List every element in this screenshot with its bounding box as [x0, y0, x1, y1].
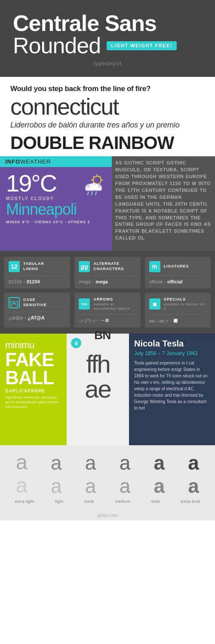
feature-badge: ffi	[149, 261, 160, 272]
feature-arrow: ›	[92, 279, 94, 284]
feature-title-block: CASESENSITIVE	[23, 298, 46, 307]
feature-header: 12 TABULARLINING	[9, 261, 66, 272]
feature-before: ¿at@a	[9, 315, 23, 320]
weather-content: 19°C MOSTLY CLOUDY	[0, 167, 112, 227]
typedepot-label: typedepot	[13, 57, 202, 69]
feature-demo: -> (/^) > › →⊘	[79, 314, 136, 323]
feature-subtitle: available as discretionary ligature	[93, 302, 136, 311]
weights-bottom-row: aaaaaa	[4, 475, 211, 496]
showcase-section: minimu FAKE BALL GARLIC&PARME Ingredient…	[0, 334, 215, 445]
green-ingredients: Ingredients: wheat oils, parmesan, ga 6%…	[5, 395, 61, 410]
tesla-text: Tesla gained experience in t cal enginee…	[134, 360, 210, 411]
weight-item-alt: a	[85, 476, 96, 496]
weight-label: light	[55, 499, 64, 504]
svg-line-5	[93, 176, 95, 177]
svg-line-13	[92, 192, 92, 194]
header-title-main: Centrale Sans	[13, 12, 202, 34]
weight-item: a	[154, 453, 165, 473]
weight-label-item: book	[85, 499, 94, 504]
temp-display: 19°C	[6, 171, 56, 195]
feature-title: ARROWS	[93, 297, 136, 302]
feature-arrow: ›	[170, 318, 172, 323]
weight-item: a	[16, 452, 28, 473]
feature-card: 12 TABULARLINING 01234 › 01234	[4, 257, 70, 289]
glyph-bn: BN	[94, 328, 111, 342]
weight-item-alt: a	[120, 476, 131, 496]
glyph-ae: ae	[85, 377, 111, 401]
demo-bold-text: DOUBLE RAINBOW	[10, 134, 205, 152]
demo-large-word: connecticut	[10, 95, 205, 118]
feature-title: SPECIALS	[164, 297, 206, 302]
demo-line1: Would you step back from the line of fir…	[10, 85, 205, 93]
weight-glyph-alt: a	[16, 475, 28, 496]
header-title-sub: Rounded LIGHT WEIGHT FREE!	[13, 34, 202, 57]
weight-glyph: a	[16, 452, 28, 473]
header-section: Centrale Sans Rounded LIGHT WEIGHT FREE!…	[0, 0, 215, 77]
temperature: 19°C	[6, 171, 56, 195]
features-section: 12 TABULARLINING 01234 › 01234 gg ALTERN…	[0, 251, 215, 334]
weight-glyph: a	[188, 453, 199, 473]
fraktur-panel: AS GOTHIC SCRIPT GOTHIC MUSCULE, OR TEXT…	[112, 156, 215, 251]
green-panel: minimu FAKE BALL GARLIC&PARME Ingredient…	[0, 334, 67, 445]
svg-line-14	[95, 192, 96, 194]
weight-label-item: extra light	[15, 499, 34, 504]
svg-line-6	[100, 176, 101, 177]
feature-before: 01234	[9, 279, 22, 284]
feature-before: aa---aa >	[149, 318, 169, 323]
weight-label: bold	[151, 499, 160, 504]
weight-glyph: a	[154, 453, 165, 473]
feature-after: →⊘	[100, 318, 109, 323]
feature-demo: official › official	[149, 276, 206, 284]
split-section: INFO WEATHER 19°C MOSTLY CLOUDY	[0, 156, 215, 251]
weather-icon	[82, 173, 106, 197]
feature-header: [A] CASESENSITIVE	[9, 297, 66, 308]
feature-title: LIGATURES	[164, 264, 189, 269]
feature-card: gg ALTERNATECHARACTERS mega › mega	[74, 257, 140, 289]
feature-demo: 01234 › 01234	[9, 276, 66, 284]
weather-condition: MOSTLY CLOUDY	[6, 196, 56, 201]
weight-item: a	[51, 453, 62, 473]
feature-card: »» ARROWS available as discretionary lig…	[74, 293, 140, 328]
feature-after: ¿AT@A	[28, 315, 45, 320]
weight-glyph-alt: a	[154, 476, 165, 496]
header-subtitle: Rounded	[13, 34, 101, 57]
feature-subtitle: available as stylistic set 4	[164, 302, 206, 311]
feature-demo: mega › mega	[79, 276, 136, 284]
weight-label-item: light	[55, 499, 64, 504]
weight-glyph-alt: a	[51, 476, 62, 496]
feature-title-block: LIGATURES	[164, 264, 189, 269]
svg-line-12	[88, 192, 89, 194]
feature-arrow: ›	[97, 318, 98, 323]
info-bar: INFO WEATHER	[0, 156, 112, 167]
weight-glyph-alt: a	[188, 476, 199, 496]
feature-demo: ¿at@a › ¿AT@A	[9, 312, 66, 320]
feature-badge: »»	[79, 298, 90, 310]
feature-badge: 12	[9, 261, 20, 272]
green-fake: FAKE BALL	[5, 351, 61, 387]
glyph-ffh: ffh	[86, 352, 109, 377]
feature-before: official	[149, 279, 163, 284]
weight-glyph: a	[51, 453, 62, 473]
green-garlic: GARLIC&PARME	[5, 389, 61, 393]
cities-bar: MINSK 9°C · VIENNA 10°C · ATHENS 2	[6, 220, 106, 224]
weight-item: a	[85, 453, 96, 473]
weight-item: a	[188, 453, 199, 473]
feature-title-block: TABULARLINING	[23, 261, 44, 271]
weight-label: medium	[115, 499, 130, 504]
weight-glyph: a	[120, 453, 131, 473]
green-fake-text: FAKE BALL	[5, 351, 61, 387]
weight-glyph-alt: a	[120, 476, 131, 496]
feature-header: gg ALTERNATECHARACTERS	[79, 261, 136, 272]
fraktur-text: AS GOTHIC SCRIPT GOTHIC MUSCULE, OR TEXT…	[115, 160, 212, 242]
feature-after: ▣	[173, 318, 178, 323]
feature-after: 01234	[27, 279, 40, 284]
feature-arrow: ›	[24, 279, 25, 284]
weight-glyph-alt: a	[85, 476, 96, 496]
feature-arrow: ›	[164, 279, 166, 284]
weight-label-item: extra bold	[181, 499, 200, 504]
feature-before: -> (/^) >	[79, 318, 95, 323]
feature-demo: aa---aa > › ▣	[149, 314, 206, 323]
weight-item-alt: a	[188, 476, 199, 496]
weight-glyph: a	[85, 453, 96, 473]
footer-bar: gfxtra.com	[0, 510, 215, 520]
